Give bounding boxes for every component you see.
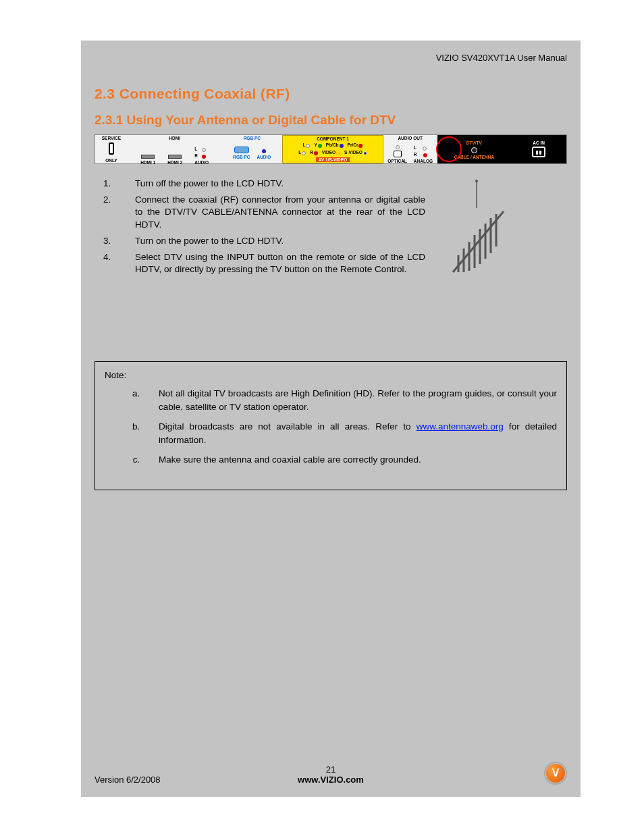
optical-label: OPTICAL [387,159,407,163]
pb-icon [340,144,344,148]
vizio-logo-icon: V [544,762,567,785]
av1s-label: AV 1/S-VIDEO [316,157,350,162]
dtvtv-label: DTV/TV [466,140,482,145]
step-2: Connect the coaxial (RF) connector from … [113,194,425,231]
av-l-icon [302,151,306,155]
optical-icon [394,151,402,157]
rgb-pc-label: RGB PC [233,155,250,159]
page-footer: Version 6/2/2008 21 www.VIZIO.com V [95,762,567,785]
note-a: Not all digital TV broadcasts are High D… [142,387,557,413]
only-label: ONLY [105,158,117,163]
r-label: R [194,154,198,159]
step-3: Turn on the power to the LCD HDTV. [113,235,425,247]
heading-2-3-1: 2.3.1 Using Your Antenna or Digital Cabl… [95,113,567,128]
note-title: Note: [105,369,557,382]
analog-label: ANALOG [414,159,433,163]
note-b-pre: Digital broadcasts are not available in … [159,421,417,432]
svideo-icon [363,151,367,155]
av-r-icon [314,151,318,155]
l-label: L [194,147,197,152]
c-l-icon [306,144,310,148]
service-label: SERVICE [102,136,121,141]
y-icon [318,144,322,148]
analog-l-icon [423,147,427,151]
page-number: 21 [95,764,567,775]
rear-connector-panel-diagram: SERVICE ONLY HDMI HDMI 1 HDMI 2 L R AUDI… [95,134,567,164]
instructions-row: Turn off the power to the LCD HDTV. Conn… [95,178,567,280]
step-4: Select DTV using the INPUT button on the… [113,251,425,276]
audio-r-icon [202,155,206,159]
svg-point-1 [475,180,478,182]
hdmi1-label: HDMI 1 [140,160,155,165]
audio-out-label: AUDIO OUT [398,136,422,141]
video-icon [336,151,340,155]
hdmi2-port-icon [168,155,182,159]
note-c: Make sure the antenna and coaxial cable … [142,453,557,467]
y-label: Y [314,143,317,148]
hdmi-label: HDMI [169,136,180,141]
service-port-icon [109,142,114,155]
notes-list: Not all digital TV broadcasts are High D… [105,387,557,467]
ac-in-label: AC IN [533,141,545,146]
rgb-audio-label: AUDIO [257,155,271,159]
step-1: Turn off the power to the LCD HDTV. [113,178,425,190]
ao-r-label: R [414,153,417,157]
coax-port-icon [471,147,477,153]
note-box: Note: Not all digital TV broadcasts are … [95,361,567,490]
note-b: Digital broadcasts are not available in … [142,420,557,446]
ao-l-icon [396,145,400,149]
av-l-label: L [298,151,301,155]
pr-label: Pr/Cr [348,143,358,148]
svideo-label: S-VIDEO [344,151,363,155]
antenna-icon [439,178,514,279]
vga-port-icon [234,147,249,153]
ao-l-label: L [414,146,417,151]
page: VIZIO SV420XVT1A User Manual 2.3 Connect… [81,41,581,797]
component1-label: COMPONENT 1 [317,137,349,142]
av-r-label: R [310,151,313,155]
rgb-pc-label-top: RGB PC [244,136,261,141]
hdmi2-label: HDMI 2 [167,160,182,165]
highlight-circle-icon [436,136,462,162]
doc-title: VIZIO SV420XVT1A User Manual [95,53,567,63]
footer-url: www.VIZIO.com [95,775,567,785]
audio-label: AUDIO [194,160,209,165]
c-l-label: L [302,143,305,148]
pb-label: Pb/Cb [326,143,339,148]
ac-in-port-icon [532,147,545,157]
antenna-illustration [436,178,517,279]
antennaweb-link[interactable]: www.antennaweb.org [417,421,504,432]
analog-r-icon [423,153,427,157]
pr-icon [358,144,363,148]
hdmi1-port-icon [141,155,155,159]
audio-l-icon [202,148,206,152]
video-label: VIDEO [322,151,336,155]
heading-2-3: 2.3 Connecting Coaxial (RF) [95,86,567,102]
steps-list: Turn off the power to the LCD HDTV. Conn… [95,178,425,280]
rgb-audio-icon [262,149,266,153]
